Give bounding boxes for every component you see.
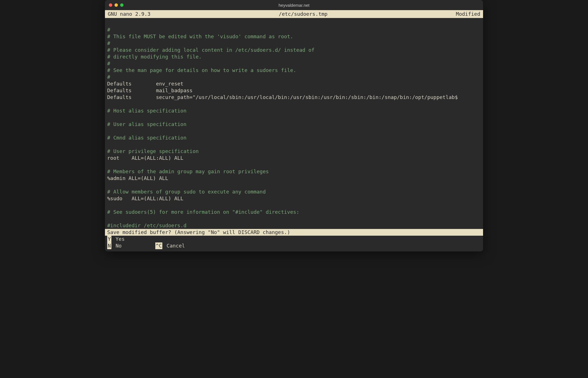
shortcut-cancel-label: Cancel	[163, 243, 185, 249]
shortcut-yes-key: Y	[107, 236, 111, 242]
close-window-button[interactable]	[109, 3, 112, 7]
editor-line	[107, 202, 481, 209]
window-title: heyvaldemar.net	[279, 3, 309, 8]
editor-line: #	[107, 26, 481, 33]
shortcut-yes[interactable]: Y Yes	[107, 236, 125, 242]
minimize-window-button[interactable]	[115, 3, 118, 7]
editor-line: # See the man page for details on how to…	[107, 67, 481, 74]
editor-line	[107, 20, 481, 26]
nano-file-path: /etc/sudoers.tmp	[151, 11, 456, 17]
editor-line: Defaults env_reset	[107, 80, 481, 87]
editor-line	[107, 161, 481, 168]
terminal-window: heyvaldemar.net GNU nano 2.9.3 /etc/sudo…	[105, 0, 483, 251]
editor-line: #	[107, 60, 481, 67]
editor-line: # Members of the admin group may gain ro…	[107, 168, 481, 175]
shortcut-cancel-key: ^C	[155, 242, 163, 249]
editor-line	[107, 182, 481, 188]
editor-line: # Host alias specification	[107, 107, 481, 114]
editor-line: #includedir /etc/sudoers.d	[107, 222, 481, 229]
editor-line: # directly modifying this file.	[107, 53, 481, 60]
shortcut-no-label: No	[113, 243, 122, 249]
nano-app-version: GNU nano 2.9.3	[108, 11, 151, 17]
editor-line: Defaults mail_badpass	[107, 87, 481, 94]
editor-line	[107, 114, 481, 121]
shortcut-no-key: N	[107, 242, 111, 249]
editor-line: # Allow members of group sudo to execute…	[107, 188, 481, 195]
editor-line: # User privilege specification	[107, 148, 481, 155]
editor-line	[107, 101, 481, 107]
nano-header-bar: GNU nano 2.9.3 /etc/sudoers.tmp Modified	[105, 10, 483, 18]
editor-line	[107, 215, 481, 222]
maximize-window-button[interactable]	[120, 3, 124, 7]
nano-status: Modified	[456, 11, 480, 17]
shortcut-cancel[interactable]: ^C Cancel	[155, 242, 185, 249]
editor-line: # See sudoers(5) for more information on…	[107, 209, 481, 215]
editor-line: root ALL=(ALL:ALL) ALL	[107, 155, 481, 161]
shortcut-gap	[122, 242, 155, 249]
editor-line: # User alias specification	[107, 121, 481, 128]
editor-line	[107, 141, 481, 148]
editor-line: Defaults secure_path="/usr/local/sbin:/u…	[107, 94, 481, 101]
editor-line: # Cmnd alias specification	[107, 134, 481, 141]
editor-line: # Please consider adding local content i…	[107, 47, 481, 53]
editor-line: %admin ALL=(ALL) ALL	[107, 175, 481, 182]
editor-line: # This file MUST be edited with the 'vis…	[107, 33, 481, 40]
save-prompt: Save modified buffer? (Answering "No" wi…	[105, 229, 483, 236]
shortcut-no[interactable]: N No	[107, 242, 122, 249]
editor-line: #	[107, 40, 481, 47]
shortcut-yes-label: Yes	[113, 236, 125, 242]
editor-content[interactable]: ## This file MUST be edited with the 'vi…	[105, 18, 483, 229]
editor-line	[107, 128, 481, 134]
editor-line: %sudo ALL=(ALL:ALL) ALL	[107, 195, 481, 202]
shortcut-bar: Y Yes N No ^C Cancel	[105, 236, 483, 251]
editor-line: #	[107, 74, 481, 80]
traffic-lights	[109, 3, 124, 7]
window-titlebar: heyvaldemar.net	[105, 0, 483, 10]
save-prompt-text: Save modified buffer? (Answering "No" wi…	[107, 229, 290, 235]
